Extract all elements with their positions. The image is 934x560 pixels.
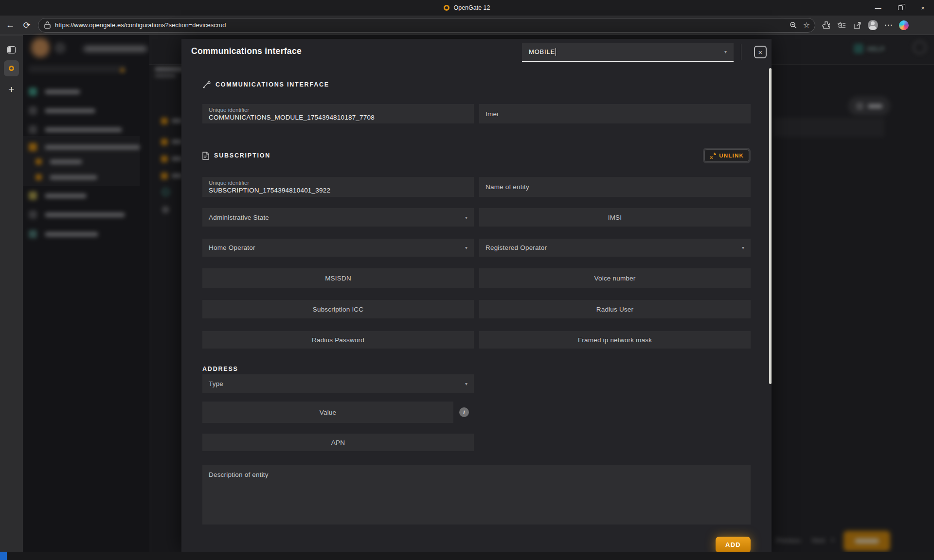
info-icon[interactable]: i — [459, 407, 469, 417]
textarea-description-of-entity[interactable]: Description of entity — [202, 465, 751, 525]
input-imsi[interactable]: IMSI — [479, 208, 751, 227]
taskbar-fragment — [0, 552, 7, 560]
field-value: SUBSCRIPTION_1754394810401_3922 — [209, 187, 467, 194]
share-icon[interactable] — [850, 18, 864, 32]
entity-type-value: MOBILE — [529, 48, 555, 55]
window-controls: — × — [867, 0, 934, 16]
antenna-icon — [202, 80, 211, 88]
address-bar[interactable]: https://www.opengate.es/configurations?s… — [38, 18, 815, 33]
add-app-button[interactable]: + — [0, 76, 23, 94]
sidebar-toggle-button[interactable] — [0, 35, 23, 53]
modal-header: Communications interface MOBILE ▾ × — [181, 39, 772, 62]
browser-window: OpenGate 12 — × ← ⟳ https://www.opengate… — [0, 0, 934, 560]
lock-icon — [44, 21, 51, 29]
avatar-icon — [868, 20, 878, 30]
favorite-star-icon[interactable]: ☆ — [803, 20, 810, 30]
page-viewport: + HELP — [0, 35, 934, 560]
field-comms-unique-identifier[interactable]: Unique identifier COMMUNICATIONS_MODULE_… — [202, 104, 474, 123]
plus-icon: + — [8, 84, 14, 94]
back-button[interactable]: ← — [2, 20, 18, 30]
restore-button[interactable] — [889, 0, 912, 16]
edge-sidebar-strip: + — [0, 35, 23, 560]
input-framed-ip-network-mask[interactable]: Framed ip network mask — [479, 331, 751, 349]
collections-icon[interactable] — [835, 18, 848, 32]
field-subscription-unique-identifier[interactable]: Unique identifier SUBSCRIPTION_175439481… — [202, 177, 474, 197]
subscription-section-header: SUBSCRIPTION UNLINK — [202, 148, 751, 163]
document-icon — [202, 152, 209, 160]
settings-menu-icon[interactable]: ⋯ — [881, 18, 895, 32]
restore-icon — [898, 5, 903, 10]
close-window-button[interactable]: × — [912, 0, 934, 16]
app-favicon — [444, 5, 449, 11]
unlink-button[interactable]: UNLINK — [704, 149, 749, 162]
toolbar-actions: ⋯ — [819, 18, 911, 32]
url-text: https://www.opengate.es/configurations?s… — [55, 21, 784, 29]
bottom-edge — [0, 552, 934, 560]
titlebar: OpenGate 12 — × — [0, 0, 934, 16]
header-divider — [741, 44, 741, 60]
text-cursor — [556, 48, 556, 56]
sidebar-panel-icon — [7, 46, 16, 53]
browser-toolbar: ← ⟳ https://www.opengate.es/configuratio… — [0, 16, 934, 35]
window-title-group: OpenGate 12 — [444, 4, 490, 11]
input-msisdn[interactable]: MSISDN — [202, 268, 474, 288]
chevron-down-icon: ▾ — [742, 245, 744, 250]
chevron-down-icon: ▾ — [465, 245, 467, 250]
comms-section-header: COMMUNICATIONS INTERFACE — [202, 80, 751, 88]
modal-scrollbar[interactable] — [769, 68, 772, 384]
chevron-down-icon: ▾ — [465, 381, 467, 386]
opengate-app-icon — [9, 66, 14, 71]
broken-link-icon — [710, 152, 717, 159]
select-home-operator[interactable]: Home Operator ▾ — [202, 239, 474, 257]
input-radius-password[interactable]: Radius Password — [202, 331, 474, 349]
input-voice-number[interactable]: Voice number — [479, 268, 751, 288]
field-value: COMMUNICATIONS_MODULE_1754394810187_7708 — [209, 114, 467, 121]
minimize-button[interactable]: — — [867, 0, 889, 16]
copilot-icon[interactable] — [897, 18, 911, 32]
select-administrative-state[interactable]: Administrative State ▾ — [202, 208, 474, 227]
add-button[interactable]: ADD — [716, 537, 751, 553]
field-label: Unique identifier — [209, 107, 467, 113]
communications-interface-modal: Communications interface MOBILE ▾ × COMM… — [181, 39, 772, 552]
refresh-button[interactable]: ⟳ — [18, 20, 35, 31]
address-section-header: ADDRESS — [202, 366, 751, 372]
chevron-down-icon: ▾ — [465, 215, 467, 220]
input-subscription-icc[interactable]: Subscription ICC — [202, 300, 474, 318]
select-address-type[interactable]: Type ▾ — [202, 374, 474, 393]
window-title: OpenGate 12 — [453, 4, 490, 11]
input-radius-user[interactable]: Radius User — [479, 300, 751, 318]
profile-avatar[interactable] — [866, 18, 880, 32]
field-label: Unique identifier — [209, 180, 467, 186]
zoom-out-icon[interactable] — [790, 21, 797, 29]
select-registered-operator[interactable]: Registered Operator ▾ — [479, 239, 751, 257]
entity-type-combobox[interactable]: MOBILE ▾ — [522, 43, 734, 62]
extensions-icon[interactable] — [819, 18, 833, 32]
modal-title: Communications interface — [191, 46, 302, 56]
pinned-app-active[interactable] — [4, 60, 19, 76]
input-address-value[interactable]: Value — [202, 402, 453, 423]
chevron-down-icon: ▾ — [724, 49, 727, 54]
close-modal-button[interactable]: × — [754, 46, 767, 58]
input-apn[interactable]: APN — [202, 434, 474, 451]
modal-body: COMMUNICATIONS INTERFACE Unique identifi… — [181, 80, 772, 553]
input-name-of-entity[interactable]: Name of entity — [479, 177, 751, 197]
input-imei[interactable]: Imei — [479, 104, 751, 123]
